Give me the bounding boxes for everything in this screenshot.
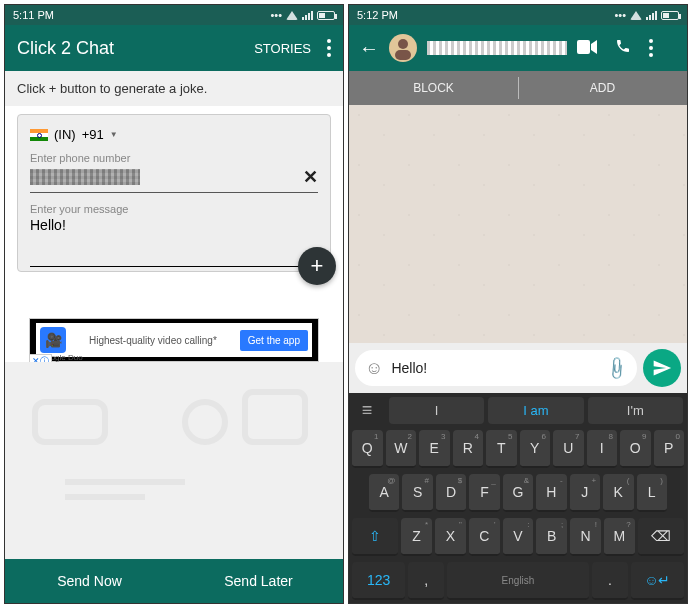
country-selector[interactable]: (IN) +91 ▼ bbox=[30, 127, 318, 142]
attach-icon[interactable]: 📎 bbox=[603, 354, 631, 382]
key-g[interactable]: &G bbox=[503, 474, 533, 512]
ad-cta-button[interactable]: Get the app bbox=[240, 330, 308, 351]
key-o[interactable]: 9O bbox=[620, 430, 651, 468]
chevron-down-icon: ▼ bbox=[110, 130, 118, 139]
clear-icon[interactable]: ✕ bbox=[303, 166, 318, 188]
signal-icon bbox=[646, 11, 657, 20]
key-backspace[interactable]: ⌫ bbox=[638, 518, 684, 556]
battery-icon bbox=[317, 11, 335, 20]
app-bar: Click 2 Chat STORIES bbox=[5, 25, 343, 71]
keyboard: ≡ I I am I'm 1Q2W3E4R5T6Y7U8I9O0P @A#S$D… bbox=[349, 393, 687, 603]
country-code: (IN) bbox=[54, 127, 76, 142]
key-y[interactable]: 6Y bbox=[520, 430, 551, 468]
video-call-icon[interactable] bbox=[577, 38, 597, 59]
send-button[interactable] bbox=[643, 349, 681, 387]
dial-code: +91 bbox=[82, 127, 104, 142]
key-l[interactable]: )L bbox=[637, 474, 667, 512]
avatar[interactable] bbox=[389, 34, 417, 62]
stories-button[interactable]: STORIES bbox=[254, 41, 311, 56]
background-doodle bbox=[5, 362, 343, 559]
phone-input[interactable]: ✕ bbox=[30, 166, 318, 193]
key-w[interactable]: 2W bbox=[386, 430, 417, 468]
message-label: Enter your message bbox=[30, 203, 318, 215]
suggestion-bar: ≡ I I am I'm bbox=[349, 393, 687, 427]
block-button[interactable]: BLOCK bbox=[349, 71, 518, 105]
key-d[interactable]: $D bbox=[436, 474, 466, 512]
key-q[interactable]: 1Q bbox=[352, 430, 383, 468]
ad-banner[interactable]: 🎥 Highest-quality video calling* Get the… bbox=[29, 318, 319, 362]
emoji-icon[interactable]: ☺ bbox=[365, 358, 383, 379]
battery-icon bbox=[661, 11, 679, 20]
svg-rect-0 bbox=[35, 402, 105, 442]
key-z[interactable]: *Z bbox=[401, 518, 432, 556]
key-n[interactable]: !N bbox=[570, 518, 601, 556]
action-tabs: BLOCK ADD bbox=[349, 71, 687, 105]
keyboard-menu-icon[interactable]: ≡ bbox=[349, 400, 385, 421]
key-f[interactable]: _F bbox=[469, 474, 499, 512]
signal-icon bbox=[302, 11, 313, 20]
key-comma[interactable]: , bbox=[408, 562, 444, 600]
app-title: Click 2 Chat bbox=[17, 38, 254, 59]
key-t[interactable]: 5T bbox=[486, 430, 517, 468]
status-bar: 5:12 PM ••• bbox=[349, 5, 687, 25]
key-numbers[interactable]: 123 bbox=[352, 562, 405, 600]
message-input[interactable]: Hello! bbox=[30, 217, 318, 267]
key-m[interactable]: ?M bbox=[604, 518, 635, 556]
key-x[interactable]: "X bbox=[435, 518, 466, 556]
overflow-menu-icon[interactable] bbox=[327, 39, 331, 57]
key-h[interactable]: -H bbox=[536, 474, 566, 512]
key-j[interactable]: +J bbox=[570, 474, 600, 512]
key-p[interactable]: 0P bbox=[654, 430, 685, 468]
right-phone: 5:12 PM ••• ← BLOCK ADD ☺ Hello! 📎 bbox=[348, 4, 688, 604]
svg-rect-2 bbox=[245, 392, 305, 442]
bottom-bar: Send Now Send Later bbox=[5, 559, 343, 603]
key-e[interactable]: 3E bbox=[419, 430, 450, 468]
flag-icon bbox=[30, 129, 48, 141]
key-period[interactable]: . bbox=[592, 562, 628, 600]
status-icons: ••• bbox=[270, 9, 335, 21]
key-space[interactable]: English bbox=[447, 562, 589, 600]
key-b[interactable]: ;B bbox=[536, 518, 567, 556]
add-button[interactable]: ADD bbox=[518, 71, 687, 105]
compose-row: ☺ Hello! 📎 bbox=[349, 343, 687, 393]
phone-value-redacted bbox=[30, 169, 140, 185]
svg-point-1 bbox=[185, 402, 225, 442]
back-icon[interactable]: ← bbox=[359, 37, 379, 60]
ad-app-icon: 🎥 bbox=[40, 327, 66, 353]
key-enter[interactable]: ☺↵ bbox=[631, 562, 684, 600]
key-a[interactable]: @A bbox=[369, 474, 399, 512]
status-time: 5:11 PM bbox=[13, 9, 54, 21]
add-joke-button[interactable]: + bbox=[298, 247, 336, 285]
status-icons: ••• bbox=[614, 9, 679, 21]
phone-label: Enter phone number bbox=[30, 152, 318, 164]
key-k[interactable]: (K bbox=[603, 474, 633, 512]
chat-background[interactable] bbox=[349, 105, 687, 343]
suggestion-2[interactable]: I am bbox=[488, 397, 583, 424]
send-later-button[interactable]: Send Later bbox=[174, 559, 343, 603]
voice-call-icon[interactable] bbox=[615, 38, 631, 59]
compose-text[interactable]: Hello! bbox=[391, 360, 599, 376]
suggestion-1[interactable]: I bbox=[389, 397, 484, 424]
status-bar: 5:11 PM ••• bbox=[5, 5, 343, 25]
message-box[interactable]: ☺ Hello! 📎 bbox=[355, 350, 637, 386]
key-v[interactable]: :V bbox=[503, 518, 534, 556]
wifi-icon bbox=[286, 11, 298, 20]
suggestion-3[interactable]: I'm bbox=[588, 397, 683, 424]
ad-text: Highest-quality video calling* bbox=[74, 335, 232, 346]
send-now-button[interactable]: Send Now bbox=[5, 559, 174, 603]
key-shift[interactable]: ⇧ bbox=[352, 518, 398, 556]
hint-text: Click + button to generate a joke. bbox=[5, 71, 343, 106]
compose-card: (IN) +91 ▼ Enter phone number ✕ Enter yo… bbox=[17, 114, 331, 272]
key-c[interactable]: 'C bbox=[469, 518, 500, 556]
overflow-menu-icon[interactable] bbox=[649, 39, 653, 57]
key-u[interactable]: 7U bbox=[553, 430, 584, 468]
svg-rect-3 bbox=[577, 40, 590, 54]
status-time: 5:12 PM bbox=[357, 9, 398, 21]
chat-app-bar: ← bbox=[349, 25, 687, 71]
contact-name-redacted[interactable] bbox=[427, 41, 567, 55]
key-i[interactable]: 8I bbox=[587, 430, 618, 468]
left-phone: 5:11 PM ••• Click 2 Chat STORIES Click +… bbox=[4, 4, 344, 604]
key-r[interactable]: 4R bbox=[453, 430, 484, 468]
wifi-icon bbox=[630, 11, 642, 20]
key-s[interactable]: #S bbox=[402, 474, 432, 512]
